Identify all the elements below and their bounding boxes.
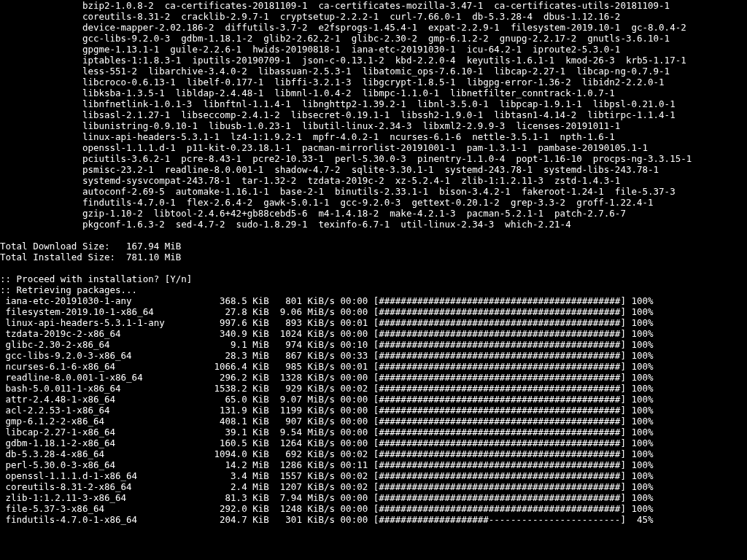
terminal-output: bzip2-1.0.8-2 ca-certificates-20181109-1… — [0, 0, 747, 525]
